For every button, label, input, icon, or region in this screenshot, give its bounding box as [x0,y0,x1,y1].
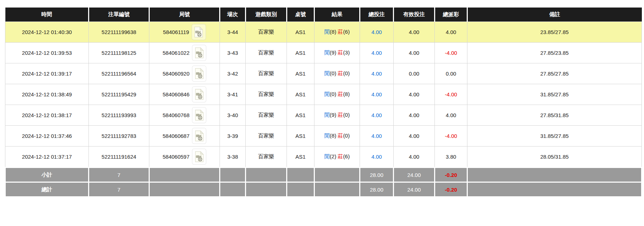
cell-table-no: AS1 [287,146,314,168]
banker-result-label: 莊 [338,70,343,76]
cell-table-no: AS1 [287,105,314,126]
col-header-total-bet: 總投注 [360,8,394,22]
player-result-label: 閒 [325,133,330,139]
cell-table-no: AS1 [287,43,314,63]
cell-remark: 27.85/31.85 [467,105,642,126]
video-replay-button[interactable] [192,128,206,144]
bet-row[interactable]: 2024-12-12 01:38:49522111195429584060846… [5,84,642,105]
cell-game-type: 百家樂 [246,105,287,126]
cell-time: 2024-12-12 01:38:49 [5,84,89,105]
video-replay-button[interactable] [192,107,206,123]
summary-payout-value: -0.20 [445,172,457,178]
video-replay-button[interactable] [192,86,206,102]
payout-value: 0.00 [446,71,456,77]
cell-session: 3-44 [220,22,246,43]
cell-table-no: AS1 [287,63,314,84]
total-bet-link[interactable]: 4.00 [371,133,382,139]
round-number: 584060768 [163,112,189,118]
cell-payout: 3.80 [435,146,467,168]
cell-result: 閒(8) 莊(6) [314,22,360,43]
cell-bet-no: 522111199638 [89,22,149,43]
col-header-payout: 總派彩 [435,8,467,22]
video-replay-button[interactable] [192,24,206,40]
cell-session: 3-39 [220,126,246,146]
video-replay-button[interactable] [192,66,206,82]
bet-row[interactable]: 2024-12-12 01:38:17522111193993584060768… [5,105,642,126]
summary-valid-bet: 24.00 [394,168,435,182]
summary-total-bet: 28.00 [360,182,394,197]
cell-game-type: 百家樂 [246,63,287,84]
col-header-remark: 備註 [467,8,642,22]
video-replay-icon [194,47,204,58]
cell-table-no: AS1 [287,22,314,43]
total-bet-link[interactable]: 4.00 [371,29,382,35]
subtotal-row: 小計728.0024.00-0.20 [5,168,642,182]
summary-empty-session [220,182,246,197]
total-bet-link[interactable]: 4.00 [371,50,382,56]
cell-time: 2024-12-12 01:38:17 [5,105,89,126]
video-replay-button[interactable] [192,45,206,61]
bet-row[interactable]: 2024-12-12 01:39:53522111198125584061022… [5,43,642,63]
payout-value: -4.00 [445,91,457,97]
cell-remark: 27.85/27.85 [467,63,642,84]
page: 時間 注單編號 局號 場次 遊戲類別 桌號 結果 總投注 有效投注 總派彩 備註… [0,0,644,226]
cell-game-type: 百家樂 [246,43,287,63]
col-header-session: 場次 [220,8,246,22]
cell-remark: 31.85/27.85 [467,126,642,146]
round-number: 584061119 [163,29,189,35]
cell-total-bet: 4.00 [360,43,394,63]
summary-empty-session [220,168,246,182]
player-result-label: 閒 [325,112,330,118]
cell-result: 閒(0) 莊(0) [314,63,360,84]
table-header: 時間 注單編號 局號 場次 遊戲類別 桌號 結果 總投注 有效投注 總派彩 備註 [5,8,642,22]
summary-empty-game [246,168,287,182]
col-header-time: 時間 [5,8,89,22]
cell-time: 2024-12-12 01:39:53 [5,43,89,63]
cell-valid-bet: 4.00 [394,22,435,43]
cell-round-no: 584060768 [149,105,220,126]
total-bet-link[interactable]: 4.00 [371,71,382,77]
summary-payout: -0.20 [435,168,467,182]
total-bet-link[interactable]: 4.00 [371,91,382,97]
cell-total-bet: 4.00 [360,146,394,168]
total-bet-link[interactable]: 4.00 [371,112,382,118]
cell-payout: -4.00 [435,126,467,146]
video-replay-icon [194,130,204,141]
cell-payout: -4.00 [435,84,467,105]
total-bet-link[interactable]: 4.00 [371,154,382,160]
video-replay-icon [194,68,204,79]
col-header-result: 結果 [314,8,360,22]
cell-payout: 0.00 [435,63,467,84]
header-row: 時間 注單編號 局號 場次 遊戲類別 桌號 結果 總投注 有效投注 總派彩 備註 [5,8,642,22]
cell-round-no: 584060687 [149,126,220,146]
bet-row[interactable]: 2024-12-12 01:40:30522111199638584061119… [5,22,642,43]
summary-empty-table [287,168,314,182]
summary-empty-remark [467,168,642,182]
cell-time: 2024-12-12 01:39:17 [5,63,89,84]
payout-value: -4.00 [445,133,457,139]
cell-total-bet: 4.00 [360,126,394,146]
summary-total-bet: 28.00 [360,168,394,182]
cell-bet-no: 522111195429 [89,84,149,105]
cell-bet-no: 522111196564 [89,63,149,84]
bet-row[interactable]: 2024-12-12 01:37:17522111191624584060597… [5,146,642,168]
col-header-round-no: 局號 [149,8,220,22]
cell-remark: 28.05/31.85 [467,146,642,168]
cell-time: 2024-12-12 01:37:46 [5,126,89,146]
cell-round-no: 584060920 [149,63,220,84]
col-header-valid-bet: 有效投注 [394,8,435,22]
cell-round-no: 584061119 [149,22,220,43]
cell-round-no: 584061022 [149,43,220,63]
round-number: 584060920 [163,71,189,77]
cell-bet-no: 522111191624 [89,146,149,168]
cell-result: 閒(0) 莊(8) [314,84,360,105]
payout-value: 4.00 [446,112,456,118]
banker-result-label: 莊 [338,29,343,35]
banker-result-label: 莊 [338,133,343,139]
cell-result: 閒(8) 莊(0) [314,126,360,146]
bet-row[interactable]: 2024-12-12 01:37:46522111192783584060687… [5,126,642,146]
cell-session: 3-41 [220,84,246,105]
bet-row[interactable]: 2024-12-12 01:39:17522111196564584060920… [5,63,642,84]
cell-valid-bet: 4.00 [394,84,435,105]
video-replay-button[interactable] [192,149,206,165]
